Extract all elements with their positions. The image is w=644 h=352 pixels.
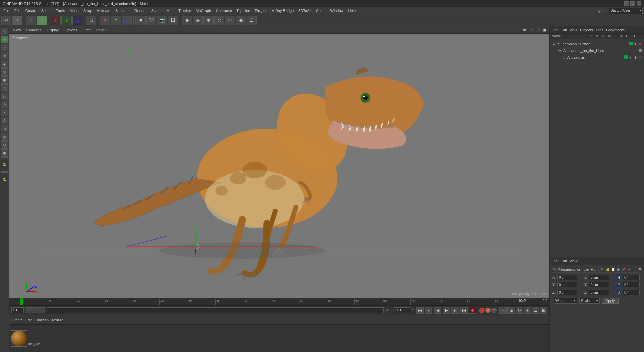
sidebar-icon-edit[interactable]: ✎: [1, 101, 8, 108]
maximize-button[interactable]: □: [630, 1, 635, 6]
sidebar-icon-triangle[interactable]: △: [1, 84, 8, 92]
y2-field[interactable]: [589, 282, 609, 287]
vp-frame-icon[interactable]: ⊡: [535, 27, 541, 33]
undo-button[interactable]: ↩: [1, 16, 11, 25]
menu-3dtoall[interactable]: 3DToAll: [296, 8, 313, 14]
axis-x[interactable]: X: [51, 16, 61, 25]
om-file[interactable]: File: [552, 28, 558, 32]
sidebar-icon-hex2[interactable]: ⬡: [1, 141, 8, 149]
sidebar-icon-circle[interactable]: ◎: [1, 133, 8, 141]
minimize-button[interactable]: —: [624, 1, 629, 6]
menu-create[interactable]: Create: [23, 8, 39, 14]
mat-texture[interactable]: Texture: [51, 318, 64, 322]
b-field[interactable]: [623, 290, 640, 295]
scale-dropdown[interactable]: Scale ▾: [579, 298, 600, 304]
record-button[interactable]: ⏺: [469, 307, 476, 314]
vp-lock-icon[interactable]: ▣: [542, 27, 547, 33]
menu-file[interactable]: File: [1, 8, 11, 14]
axis-z[interactable]: Z: [72, 16, 82, 25]
play-backward-button[interactable]: ◀: [434, 307, 441, 314]
om-bookmarks[interactable]: Bookmarks: [606, 28, 625, 32]
om-edit[interactable]: Edit: [561, 28, 567, 32]
attr-icon-expand[interactable]: ↕: [632, 267, 637, 272]
vp-menu-filter[interactable]: Filter: [81, 27, 92, 33]
tool-5[interactable]: ⚙: [225, 16, 235, 25]
current-frame-field[interactable]: [25, 307, 45, 313]
attr-icon-refresh[interactable]: ↩: [627, 267, 631, 272]
mat-function[interactable]: Function: [34, 318, 49, 322]
attr-view[interactable]: View: [570, 259, 578, 263]
y-position-field[interactable]: [557, 282, 577, 287]
goto-end-button[interactable]: ⏭: [460, 307, 468, 314]
timeline[interactable]: 0 5 10 15 20 25 30 35 40 45 50 55 60 65: [9, 298, 549, 306]
timeline-scrubber[interactable]: [47, 307, 384, 313]
menu-script[interactable]: Script: [314, 8, 327, 14]
sidebar-icon-python[interactable]: 🐍: [1, 157, 8, 172]
allosaurus-half[interactable]: ◑: [633, 55, 637, 59]
sidebar-icon-plus[interactable]: ⊕: [1, 125, 8, 132]
menu-mograph[interactable]: MoGraph: [194, 8, 213, 14]
z-position-field[interactable]: [557, 290, 577, 295]
mat-edit[interactable]: Edit: [25, 318, 32, 322]
object-item-allosaurus-hunt[interactable]: 📷 Allosaurus_on_the_Hunt: [550, 47, 644, 54]
attr-icon-link[interactable]: 🔗: [616, 267, 621, 272]
sidebar-icon-scale[interactable]: ⤢: [1, 44, 8, 51]
menu-snap[interactable]: Snap: [81, 8, 94, 14]
menu-animate[interactable]: Animate: [95, 8, 113, 14]
next-frame-button[interactable]: ⏵: [451, 307, 459, 314]
h-field[interactable]: [623, 275, 640, 280]
pb-tool-5[interactable]: ☰: [532, 307, 539, 314]
attr-icon-lock[interactable]: 🔒: [605, 267, 610, 272]
object-item-subdivision[interactable]: ◆ Subdivision Surface ■ ✕: [550, 41, 644, 47]
om-view[interactable]: View: [570, 28, 578, 32]
menu-tools[interactable]: Tools: [54, 8, 67, 14]
pb-tool-3[interactable]: ↻: [516, 307, 523, 314]
tool-7[interactable]: ☰: [247, 16, 257, 25]
sidebar-icon-polygon[interactable]: ⬡: [1, 68, 8, 76]
sidebar-icon-select[interactable]: ◈: [1, 60, 8, 68]
attr-icon-copy[interactable]: 📋: [611, 267, 615, 272]
z2-field[interactable]: [589, 290, 609, 295]
menu-window[interactable]: Window: [328, 8, 345, 14]
viewport[interactable]: Perspective: [9, 34, 549, 298]
pb-tool-2[interactable]: ▣: [507, 307, 515, 314]
allosaurus-thumb[interactable]: ■: [628, 55, 633, 59]
mode-y[interactable]: Y: [111, 16, 121, 25]
render-settings[interactable]: 📷: [157, 16, 167, 25]
pb-tool-4[interactable]: ◈: [524, 307, 531, 314]
sidebar-icon-cursor[interactable]: ↖: [1, 28, 8, 35]
material-thumb[interactable]: [11, 330, 27, 347]
allosaurus-close[interactable]: ✕: [638, 55, 642, 59]
mode-x[interactable]: X: [100, 16, 110, 25]
world-dropdown[interactable]: World ▾: [554, 298, 577, 304]
attr-edit[interactable]: Edit: [561, 259, 567, 263]
tool-3[interactable]: ⊕: [203, 16, 214, 25]
menu-simulate[interactable]: Simulate: [113, 8, 132, 14]
sidebar-icon-python2[interactable]: 🐍: [1, 172, 8, 186]
pb-tool-6[interactable]: ⊞: [540, 307, 547, 314]
object-mode[interactable]: □: [86, 16, 96, 25]
sidebar-icon-hex[interactable]: ⬢: [1, 76, 8, 84]
move-tool[interactable]: ✛: [37, 16, 47, 25]
sidebar-icon-move[interactable]: ✛: [1, 36, 8, 43]
menu-render[interactable]: Render: [132, 8, 149, 14]
vp-menu-options[interactable]: Options: [63, 27, 78, 33]
render-region[interactable]: ■: [135, 16, 146, 25]
tool-4[interactable]: ◎: [214, 16, 224, 25]
sidebar-icon-hex3[interactable]: ⬢: [1, 149, 8, 157]
subdivision-close[interactable]: ✕: [638, 42, 642, 46]
apply-button[interactable]: Apply: [602, 298, 619, 304]
attr-icon-search[interactable]: 🔍: [638, 267, 642, 272]
menu-character[interactable]: Character: [214, 8, 234, 14]
menu-pipeline[interactable]: Pipeline: [235, 8, 252, 14]
vp-expand-icon[interactable]: ⊕: [522, 27, 527, 33]
vp-menu-display[interactable]: Display: [45, 27, 60, 33]
sidebar-icon-arrow[interactable]: ▷: [1, 93, 8, 100]
menu-vray[interactable]: V-Ray Bridge: [270, 8, 296, 14]
prev-frame-button[interactable]: ⏴: [425, 307, 432, 314]
om-objects[interactable]: Objects: [580, 28, 593, 32]
vp-menu-cameras[interactable]: Cameras: [25, 27, 43, 33]
menu-mesh[interactable]: Mesh: [68, 8, 81, 14]
tool-1[interactable]: ◈: [182, 16, 192, 25]
attr-icon-eye[interactable]: 👁: [600, 267, 604, 272]
